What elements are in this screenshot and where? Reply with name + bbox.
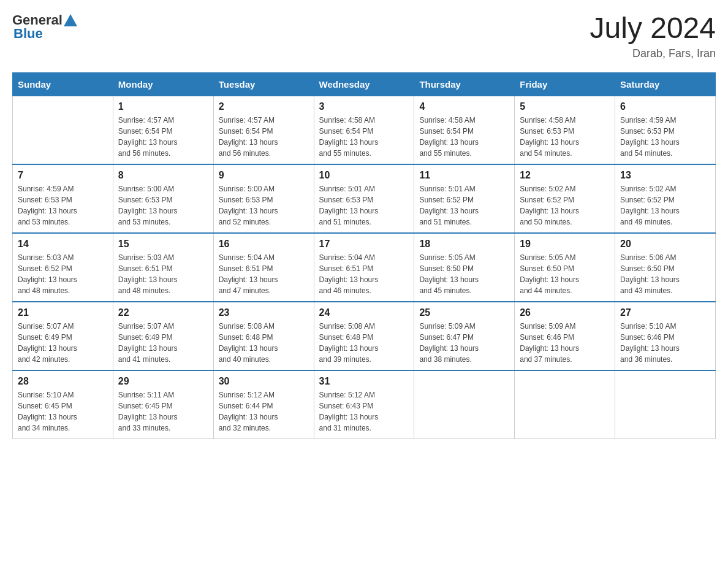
day-number: 6: [620, 101, 710, 112]
day-number: 10: [319, 170, 409, 181]
calendar-cell: 15Sunrise: 5:03 AM Sunset: 6:51 PM Dayli…: [113, 233, 213, 302]
calendar-cell: 24Sunrise: 5:08 AM Sunset: 6:48 PM Dayli…: [314, 302, 414, 370]
title-block: July 2024 Darab, Fars, Iran: [590, 12, 716, 60]
calendar-cell: 19Sunrise: 5:05 AM Sunset: 6:50 PM Dayli…: [515, 233, 615, 302]
day-number: 26: [520, 307, 610, 318]
day-info: Sunrise: 5:05 AM Sunset: 6:50 PM Dayligh…: [419, 252, 509, 296]
day-number: 28: [18, 376, 108, 387]
calendar-cell: 17Sunrise: 5:04 AM Sunset: 6:51 PM Dayli…: [314, 233, 414, 302]
day-number: 24: [319, 307, 409, 318]
day-number: 25: [419, 307, 509, 318]
day-number: 30: [219, 376, 309, 387]
day-info: Sunrise: 5:06 AM Sunset: 6:50 PM Dayligh…: [620, 252, 710, 296]
header-cell-wednesday: Wednesday: [314, 72, 414, 96]
day-number: 22: [118, 307, 208, 318]
day-number: 16: [219, 239, 309, 250]
day-info: Sunrise: 5:07 AM Sunset: 6:49 PM Dayligh…: [118, 321, 208, 365]
day-info: Sunrise: 4:58 AM Sunset: 6:53 PM Dayligh…: [520, 115, 610, 159]
day-number: 13: [620, 170, 710, 181]
calendar-cell: 16Sunrise: 5:04 AM Sunset: 6:51 PM Dayli…: [213, 233, 314, 302]
calendar-week-row: 28Sunrise: 5:10 AM Sunset: 6:45 PM Dayli…: [13, 370, 716, 439]
calendar-week-row: 14Sunrise: 5:03 AM Sunset: 6:52 PM Dayli…: [13, 233, 716, 302]
day-number: 20: [620, 239, 710, 250]
day-number: 5: [520, 101, 610, 112]
calendar-cell: 20Sunrise: 5:06 AM Sunset: 6:50 PM Dayli…: [615, 233, 716, 302]
header-cell-friday: Friday: [515, 72, 615, 96]
day-info: Sunrise: 5:10 AM Sunset: 6:46 PM Dayligh…: [620, 321, 710, 365]
day-info: Sunrise: 5:12 AM Sunset: 6:43 PM Dayligh…: [319, 389, 409, 434]
day-info: Sunrise: 5:12 AM Sunset: 6:44 PM Dayligh…: [219, 389, 309, 434]
day-number: 4: [419, 101, 509, 112]
day-info: Sunrise: 5:01 AM Sunset: 6:53 PM Dayligh…: [319, 183, 409, 228]
logo-text-blue: Blue: [13, 26, 43, 42]
day-number: 14: [18, 239, 108, 250]
page-header: General Blue July 2024 Darab, Fars, Iran: [12, 12, 716, 60]
day-info: Sunrise: 5:08 AM Sunset: 6:48 PM Dayligh…: [219, 321, 309, 365]
calendar-cell: 26Sunrise: 5:09 AM Sunset: 6:46 PM Dayli…: [515, 302, 615, 370]
day-number: 15: [118, 239, 208, 250]
calendar-cell: 3Sunrise: 4:58 AM Sunset: 6:54 PM Daylig…: [314, 96, 414, 164]
calendar-week-row: 1Sunrise: 4:57 AM Sunset: 6:54 PM Daylig…: [13, 96, 716, 164]
calendar-cell: 4Sunrise: 4:58 AM Sunset: 6:54 PM Daylig…: [414, 96, 515, 164]
day-info: Sunrise: 5:09 AM Sunset: 6:47 PM Dayligh…: [419, 321, 509, 365]
day-number: 11: [419, 170, 509, 181]
day-number: 21: [18, 307, 108, 318]
day-number: 2: [219, 101, 309, 112]
day-number: 17: [319, 239, 409, 250]
day-number: 1: [118, 101, 208, 112]
day-info: Sunrise: 4:58 AM Sunset: 6:54 PM Dayligh…: [319, 115, 409, 159]
day-info: Sunrise: 5:00 AM Sunset: 6:53 PM Dayligh…: [118, 183, 208, 228]
day-number: 27: [620, 307, 710, 318]
calendar-cell: 2Sunrise: 4:57 AM Sunset: 6:54 PM Daylig…: [213, 96, 314, 164]
calendar-cell: 30Sunrise: 5:12 AM Sunset: 6:44 PM Dayli…: [213, 370, 314, 439]
day-number: 23: [219, 307, 309, 318]
calendar-cell: 1Sunrise: 4:57 AM Sunset: 6:54 PM Daylig…: [113, 96, 213, 164]
calendar-cell: 18Sunrise: 5:05 AM Sunset: 6:50 PM Dayli…: [414, 233, 515, 302]
calendar-cell: [13, 96, 113, 164]
header-cell-monday: Monday: [113, 72, 213, 96]
day-info: Sunrise: 5:08 AM Sunset: 6:48 PM Dayligh…: [319, 321, 409, 365]
header-cell-tuesday: Tuesday: [213, 72, 314, 96]
calendar-cell: 29Sunrise: 5:11 AM Sunset: 6:45 PM Dayli…: [113, 370, 213, 439]
day-number: 18: [419, 239, 509, 250]
calendar-week-row: 21Sunrise: 5:07 AM Sunset: 6:49 PM Dayli…: [13, 302, 716, 370]
day-number: 29: [118, 376, 208, 387]
calendar-week-row: 7Sunrise: 4:59 AM Sunset: 6:53 PM Daylig…: [13, 164, 716, 233]
calendar-header-row: SundayMondayTuesdayWednesdayThursdayFrid…: [13, 72, 716, 96]
calendar-cell: 21Sunrise: 5:07 AM Sunset: 6:49 PM Dayli…: [13, 302, 113, 370]
day-number: 7: [18, 170, 108, 181]
header-cell-sunday: Sunday: [13, 72, 113, 96]
calendar-cell: 23Sunrise: 5:08 AM Sunset: 6:48 PM Dayli…: [213, 302, 314, 370]
calendar-cell: 12Sunrise: 5:02 AM Sunset: 6:52 PM Dayli…: [515, 164, 615, 233]
day-info: Sunrise: 5:04 AM Sunset: 6:51 PM Dayligh…: [219, 252, 309, 296]
day-info: Sunrise: 5:09 AM Sunset: 6:46 PM Dayligh…: [520, 321, 610, 365]
calendar-cell: 6Sunrise: 4:59 AM Sunset: 6:53 PM Daylig…: [615, 96, 716, 164]
day-info: Sunrise: 4:59 AM Sunset: 6:53 PM Dayligh…: [620, 115, 710, 159]
day-number: 8: [118, 170, 208, 181]
calendar-cell: 27Sunrise: 5:10 AM Sunset: 6:46 PM Dayli…: [615, 302, 716, 370]
day-number: 31: [319, 376, 409, 387]
calendar-table: SundayMondayTuesdayWednesdayThursdayFrid…: [12, 72, 716, 439]
calendar-cell: 9Sunrise: 5:00 AM Sunset: 6:53 PM Daylig…: [213, 164, 314, 233]
calendar-cell: 22Sunrise: 5:07 AM Sunset: 6:49 PM Dayli…: [113, 302, 213, 370]
day-info: Sunrise: 5:04 AM Sunset: 6:51 PM Dayligh…: [319, 252, 409, 296]
day-info: Sunrise: 5:03 AM Sunset: 6:51 PM Dayligh…: [118, 252, 208, 296]
day-info: Sunrise: 5:07 AM Sunset: 6:49 PM Dayligh…: [18, 321, 108, 365]
day-info: Sunrise: 5:00 AM Sunset: 6:53 PM Dayligh…: [219, 183, 309, 228]
calendar-cell: 7Sunrise: 4:59 AM Sunset: 6:53 PM Daylig…: [13, 164, 113, 233]
calendar-cell: 31Sunrise: 5:12 AM Sunset: 6:43 PM Dayli…: [314, 370, 414, 439]
day-number: 19: [520, 239, 610, 250]
day-info: Sunrise: 4:58 AM Sunset: 6:54 PM Dayligh…: [419, 115, 509, 159]
day-info: Sunrise: 5:03 AM Sunset: 6:52 PM Dayligh…: [18, 252, 108, 296]
day-number: 9: [219, 170, 309, 181]
calendar-cell: 25Sunrise: 5:09 AM Sunset: 6:47 PM Dayli…: [414, 302, 515, 370]
logo: General Blue: [12, 12, 77, 42]
day-info: Sunrise: 5:02 AM Sunset: 6:52 PM Dayligh…: [620, 183, 710, 228]
calendar-cell: [615, 370, 716, 439]
calendar-cell: 11Sunrise: 5:01 AM Sunset: 6:52 PM Dayli…: [414, 164, 515, 233]
calendar-cell: 14Sunrise: 5:03 AM Sunset: 6:52 PM Dayli…: [13, 233, 113, 302]
day-info: Sunrise: 5:01 AM Sunset: 6:52 PM Dayligh…: [419, 183, 509, 228]
calendar-cell: 10Sunrise: 5:01 AM Sunset: 6:53 PM Dayli…: [314, 164, 414, 233]
calendar-cell: 28Sunrise: 5:10 AM Sunset: 6:45 PM Dayli…: [13, 370, 113, 439]
day-info: Sunrise: 4:59 AM Sunset: 6:53 PM Dayligh…: [18, 183, 108, 228]
